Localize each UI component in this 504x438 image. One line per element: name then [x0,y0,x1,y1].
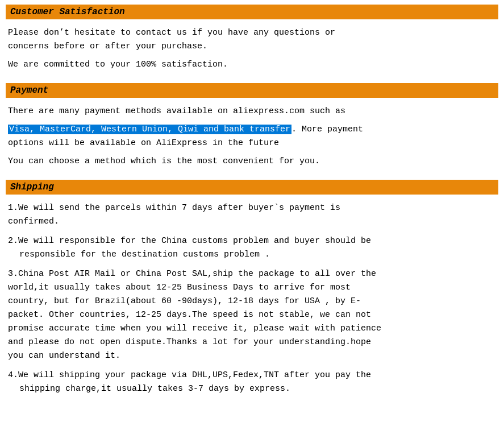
shipping-item-3: 3.China Post AIR Mail or China Post SAL,… [8,267,496,363]
customer-satisfaction-title: Customer Satisfaction [10,7,125,17]
shipping-header: Shipping [6,180,498,195]
payment-body: There are many payment methods available… [6,105,498,168]
shipping-item-4-indent: shipping charge,it usually takes 3‑7 day… [8,384,290,394]
payment-para3: You can choose a method which is the mos… [8,155,496,168]
payment-header: Payment [6,83,498,98]
payment-methods-highlight: Visa, MasterCard, Western Union, Qiwi an… [8,125,291,134]
payment-para1: There are many payment methods available… [8,105,496,118]
shipping-item-4: 4.We will shipping your package via DHL,… [8,369,496,396]
customer-satisfaction-section: Customer Satisfaction Please don’t hesit… [6,5,498,72]
payment-title: Payment [10,85,48,96]
shipping-list: 1.We will send the parcels within 7 days… [6,201,498,396]
payment-para2: Visa, MasterCard, Western Union, Qiwi an… [8,123,496,150]
shipping-item-1: 1.We will send the parcels within 7 days… [8,201,496,229]
customer-satisfaction-body: Please don’t hesitate to contact us if y… [6,26,498,72]
shipping-item-1-text: 1.We will send the parcels within 7 days… [8,203,340,226]
payment-section: Payment There are many payment methods a… [6,83,498,168]
customer-satisfaction-header: Customer Satisfaction [6,5,498,19]
shipping-item-4-text: 4.We will shipping your package via DHL,… [8,370,371,394]
customer-satisfaction-para2: We are committed to your 100% satisfacti… [8,58,496,72]
shipping-item-2: 2.We will responsible for the China cust… [8,234,496,262]
customer-satisfaction-para1: Please don’t hesitate to contact us if y… [8,26,496,53]
shipping-item-3-text: 3.China Post AIR Mail or China Post SAL,… [8,269,381,361]
shipping-item-2-text: 2.We will responsible for the China cust… [8,236,371,259]
shipping-section: Shipping 1.We will send the parcels with… [6,180,498,396]
shipping-item-2-indent: responsible for the destination customs … [8,250,270,259]
shipping-title: Shipping [10,182,54,192]
